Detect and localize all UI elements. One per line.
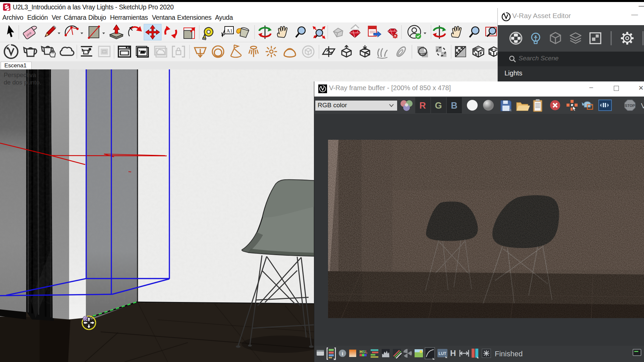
svg-text:STOP: STOP [625,104,635,108]
svg-text:i: i [342,351,343,356]
svg-text:HSL: HSL [360,350,368,354]
svg-text:de dos punto.: de dos punto. [4,79,41,86]
svg-text:Finished: Finished [495,350,523,358]
svg-text:B: B [451,101,458,111]
svg-text:A1: A1 [226,28,232,34]
svg-text:V: V [641,102,644,110]
svg-text:G: G [435,101,442,111]
svg-text:R: R [419,101,426,111]
svg-text:LUT: LUT [438,351,446,356]
svg-text:H: H [450,349,456,358]
svg-text:Perspectiva: Perspectiva [4,71,36,78]
